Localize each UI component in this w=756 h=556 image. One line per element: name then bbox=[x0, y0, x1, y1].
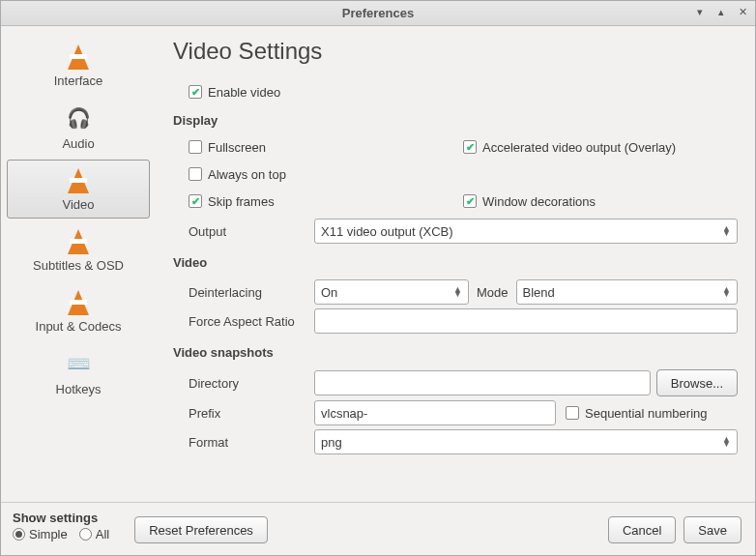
select-value: png bbox=[321, 435, 342, 450]
sidebar-item-label: Interface bbox=[54, 73, 103, 88]
sidebar-item-subtitles[interactable]: Subtitles & OSD bbox=[7, 220, 150, 279]
simple-radio[interactable]: Simple bbox=[13, 527, 68, 541]
cancel-button[interactable]: Cancel bbox=[608, 516, 676, 543]
always-on-top-checkbox[interactable]: Always on top bbox=[189, 167, 286, 182]
show-settings: Show settings Simple All bbox=[1, 511, 121, 555]
browse-button[interactable]: Browse... bbox=[656, 369, 738, 396]
page-title: Video Settings bbox=[173, 38, 738, 65]
cone-icon bbox=[68, 168, 89, 193]
video-heading: Video bbox=[173, 255, 738, 270]
select-arrows-icon: ▲▼ bbox=[722, 226, 731, 236]
sidebar-item-input-codecs[interactable]: Input & Codecs bbox=[7, 281, 150, 340]
directory-input[interactable] bbox=[314, 370, 651, 395]
skip-frames-checkbox[interactable]: Skip frames bbox=[189, 194, 463, 209]
sidebar: Interface 🎧 Audio Video Subtitles & OSD … bbox=[1, 26, 156, 502]
radio-label: Simple bbox=[29, 527, 68, 541]
checkbox-icon bbox=[463, 140, 477, 154]
sequential-checkbox[interactable]: Sequential numbering bbox=[566, 406, 707, 421]
output-select[interactable]: X11 video output (XCB) ▲▼ bbox=[314, 219, 738, 244]
content-panel: Video Settings Enable video Display Full… bbox=[156, 26, 755, 502]
cone-icon bbox=[68, 44, 89, 70]
checkbox-label: Accelerated video output (Overlay) bbox=[482, 140, 676, 155]
radio-icon bbox=[13, 528, 25, 541]
select-arrows-icon: ▲▼ bbox=[453, 287, 462, 297]
checkbox-label: Window decorations bbox=[482, 194, 596, 209]
checkbox-icon bbox=[189, 140, 202, 154]
sidebar-item-label: Audio bbox=[62, 136, 94, 151]
sidebar-item-label: Input & Codecs bbox=[36, 319, 122, 334]
force-aspect-label: Force Aspect Ratio bbox=[189, 314, 314, 329]
show-settings-heading: Show settings bbox=[13, 511, 109, 525]
checkbox-label: Always on top bbox=[208, 167, 286, 182]
input-value: vlcsnap- bbox=[321, 406, 367, 421]
output-label: Output bbox=[189, 224, 314, 239]
deinterlacing-label: Deinterlacing bbox=[189, 285, 314, 300]
keyboard-icon: ⌨️ bbox=[62, 349, 95, 378]
mode-label: Mode bbox=[477, 285, 509, 300]
select-value: On bbox=[321, 285, 337, 300]
checkbox-label: Fullscreen bbox=[208, 140, 266, 155]
checkbox-icon bbox=[189, 167, 202, 181]
checkbox-icon bbox=[566, 406, 579, 420]
all-radio[interactable]: All bbox=[79, 527, 109, 541]
save-button[interactable]: Save bbox=[683, 516, 741, 543]
sidebar-item-interface[interactable]: Interface bbox=[7, 36, 150, 95]
fullscreen-checkbox[interactable]: Fullscreen bbox=[189, 140, 463, 155]
sidebar-item-label: Hotkeys bbox=[56, 382, 102, 396]
select-value: Blend bbox=[523, 285, 555, 300]
sidebar-item-hotkeys[interactable]: ⌨️ Hotkeys bbox=[7, 342, 150, 403]
force-aspect-input[interactable] bbox=[314, 308, 738, 334]
radio-label: All bbox=[96, 527, 109, 541]
radio-icon bbox=[79, 528, 92, 541]
display-heading: Display bbox=[173, 113, 738, 128]
select-arrows-icon: ▲▼ bbox=[722, 437, 731, 447]
select-value: X11 video output (XCB) bbox=[321, 224, 453, 239]
mode-select[interactable]: Blend ▲▼ bbox=[516, 279, 738, 305]
directory-label: Directory bbox=[189, 376, 314, 391]
cone-icon bbox=[68, 229, 89, 254]
titlebar: Preferences ▾ ▴ ✕ bbox=[1, 1, 755, 26]
format-label: Format bbox=[189, 435, 314, 450]
select-arrows-icon: ▲▼ bbox=[722, 287, 731, 297]
checkbox-icon bbox=[463, 194, 477, 208]
checkbox-icon bbox=[189, 194, 202, 208]
checkbox-label: Skip frames bbox=[208, 194, 275, 209]
format-select[interactable]: png ▲▼ bbox=[314, 429, 738, 454]
checkbox-icon bbox=[189, 85, 202, 99]
window-decorations-checkbox[interactable]: Window decorations bbox=[463, 194, 738, 209]
prefix-input[interactable]: vlcsnap- bbox=[314, 400, 556, 425]
headphones-icon: 🎧 bbox=[62, 103, 95, 132]
checkbox-label: Sequential numbering bbox=[585, 406, 707, 421]
sidebar-item-video[interactable]: Video bbox=[7, 160, 150, 219]
deinterlacing-select[interactable]: On ▲▼ bbox=[314, 279, 469, 305]
minimize-icon[interactable]: ▾ bbox=[693, 5, 707, 18]
sidebar-item-audio[interactable]: 🎧 Audio bbox=[7, 97, 150, 158]
cone-icon bbox=[68, 290, 89, 315]
accelerated-checkbox[interactable]: Accelerated video output (Overlay) bbox=[463, 140, 738, 155]
checkbox-label: Enable video bbox=[208, 85, 280, 100]
sidebar-item-label: Subtitles & OSD bbox=[33, 258, 124, 273]
reset-preferences-button[interactable]: Reset Preferences bbox=[134, 516, 268, 543]
maximize-icon[interactable]: ▴ bbox=[714, 5, 728, 18]
close-icon[interactable]: ✕ bbox=[736, 5, 749, 18]
prefix-label: Prefix bbox=[189, 406, 314, 421]
enable-video-checkbox[interactable]: Enable video bbox=[189, 85, 280, 100]
snapshots-heading: Video snapshots bbox=[173, 345, 738, 360]
window-title: Preferences bbox=[342, 6, 414, 20]
sidebar-item-label: Video bbox=[62, 197, 94, 212]
